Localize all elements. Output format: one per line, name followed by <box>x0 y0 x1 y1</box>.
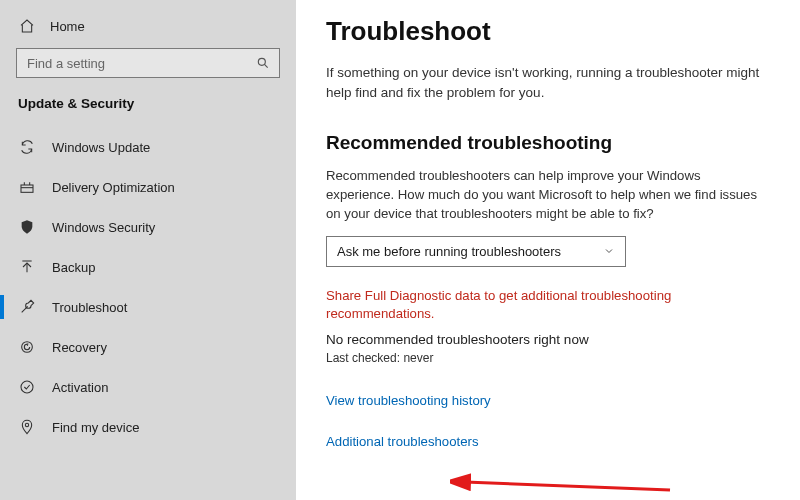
search-container <box>0 44 296 92</box>
delivery-icon <box>18 179 36 195</box>
svg-point-7 <box>21 381 33 393</box>
svg-line-5 <box>22 306 28 312</box>
dropdown-value: Ask me before running troubleshooters <box>337 244 561 259</box>
sidebar-item-label: Delivery Optimization <box>52 180 175 195</box>
page-title: Troubleshoot <box>326 16 770 47</box>
view-history-link[interactable]: View troubleshooting history <box>326 393 770 408</box>
sidebar-item-backup[interactable]: Backup <box>0 247 296 287</box>
additional-troubleshooters-link[interactable]: Additional troubleshooters <box>326 434 770 449</box>
sidebar-item-label: Windows Security <box>52 220 155 235</box>
sidebar-nav: Windows Update Delivery Optimization Win… <box>0 127 296 447</box>
category-header: Update & Security <box>0 92 296 127</box>
home-label: Home <box>50 19 85 34</box>
sidebar-item-find-my-device[interactable]: Find my device <box>0 407 296 447</box>
sidebar-item-label: Activation <box>52 380 108 395</box>
chevron-down-icon <box>603 245 615 257</box>
shield-icon <box>18 219 36 235</box>
search-input[interactable] <box>17 49 279 77</box>
sidebar-item-troubleshoot[interactable]: Troubleshoot <box>0 287 296 327</box>
sidebar: Home Update & Security <box>0 0 296 500</box>
sidebar-item-recovery[interactable]: Recovery <box>0 327 296 367</box>
recovery-icon <box>18 339 36 355</box>
search-icon <box>256 56 270 70</box>
sidebar-item-label: Recovery <box>52 340 107 355</box>
wrench-icon <box>18 299 36 315</box>
svg-point-6 <box>22 342 33 353</box>
svg-line-1 <box>264 64 267 67</box>
backup-icon <box>18 259 36 275</box>
section-title: Recommended troubleshooting <box>326 132 770 154</box>
sidebar-item-label: Find my device <box>52 420 139 435</box>
sidebar-item-delivery-optimization[interactable]: Delivery Optimization <box>0 167 296 207</box>
svg-point-8 <box>25 423 28 426</box>
search-box[interactable] <box>16 48 280 78</box>
svg-rect-2 <box>21 185 33 192</box>
troubleshoot-preference-dropdown[interactable]: Ask me before running troubleshooters <box>326 236 626 267</box>
sidebar-item-windows-update[interactable]: Windows Update <box>0 127 296 167</box>
settings-window: Home Update & Security <box>0 0 800 500</box>
home-button[interactable]: Home <box>0 12 296 44</box>
sync-icon <box>18 139 36 155</box>
sidebar-item-label: Windows Update <box>52 140 150 155</box>
sidebar-item-activation[interactable]: Activation <box>0 367 296 407</box>
sidebar-item-label: Backup <box>52 260 95 275</box>
intro-text: If something on your device isn't workin… <box>326 63 770 102</box>
sidebar-item-windows-security[interactable]: Windows Security <box>0 207 296 247</box>
diagnostic-data-link[interactable]: Share Full Diagnostic data to get additi… <box>326 287 770 324</box>
check-circle-icon <box>18 379 36 395</box>
sidebar-item-label: Troubleshoot <box>52 300 127 315</box>
last-checked-text: Last checked: never <box>326 351 770 365</box>
location-icon <box>18 419 36 435</box>
svg-point-0 <box>258 58 265 65</box>
main-content: Troubleshoot If something on your device… <box>296 0 800 500</box>
no-recommended-text: No recommended troubleshooters right now <box>326 332 770 347</box>
section-description: Recommended troubleshooters can help imp… <box>326 166 770 223</box>
home-icon <box>18 18 36 34</box>
